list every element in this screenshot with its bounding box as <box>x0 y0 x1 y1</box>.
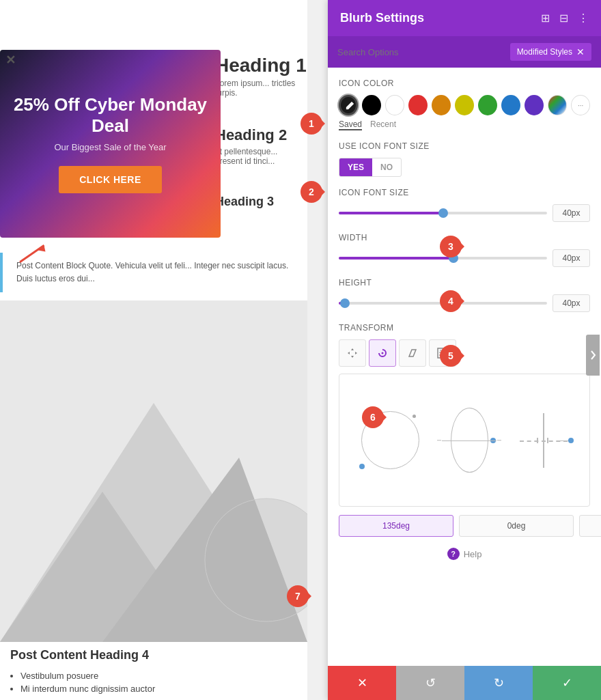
heading-2: Heading 2 <box>215 126 287 144</box>
icon-font-size-section: Icon Font Size 40px <box>339 188 590 222</box>
page-content: 25% Off Cyber Monday Deal Our Biggest Sa… <box>0 0 307 700</box>
color-swatch-blue[interactable] <box>501 95 520 115</box>
collapse-panel-btn[interactable] <box>586 335 600 376</box>
color-swatch-purple[interactable] <box>525 95 544 115</box>
save-button[interactable]: ✓ <box>533 666 601 700</box>
bullet-list: Vestibulum posuere Mi interdum nunc dign… <box>20 671 155 697</box>
ad-banner: 25% Off Cyber Monday Deal Our Biggest Sa… <box>0 50 221 238</box>
search-bar: Modified Styles ✕ <box>328 36 601 68</box>
color-swatch-orange[interactable] <box>432 95 451 115</box>
color-swatch-white[interactable] <box>385 95 404 115</box>
saved-btn[interactable]: Saved <box>339 120 362 130</box>
height-section: Height 40px <box>339 278 590 312</box>
step-badge-2: 2 <box>300 181 322 203</box>
color-swatch-red[interactable] <box>408 95 428 115</box>
degree-input-1[interactable] <box>339 515 453 537</box>
expand-icon[interactable]: ⊞ <box>541 12 550 25</box>
header-icons: ⊞ ⊟ ⋮ <box>541 12 589 25</box>
help-icon: ? <box>447 548 460 560</box>
step-badge-4: 4 <box>440 290 462 312</box>
width-track[interactable] <box>339 257 547 260</box>
transform-label: Transform <box>339 323 590 333</box>
toggle-yes[interactable]: YES <box>339 158 372 176</box>
use-icon-font-size-toggle: YES NO <box>339 158 590 177</box>
ad-title: 25% Off Cyber Monday Deal <box>0 94 221 137</box>
heading-1: Heading 1 <box>215 55 307 76</box>
panel-header: Blurb Settings ⊞ ⊟ ⋮ <box>328 0 601 36</box>
toggle-no[interactable]: NO <box>372 158 401 176</box>
height-label: Height <box>339 278 590 288</box>
svg-point-8 <box>382 352 384 354</box>
search-input[interactable] <box>337 47 505 57</box>
panel-title: Blurb Settings <box>340 11 424 25</box>
color-swatch-black-pen[interactable] <box>339 95 358 115</box>
diagram-skew <box>445 406 493 475</box>
panel-body: Icon Color ··· Saved Recent Use Icon Fon… <box>328 68 601 666</box>
degree-input-2[interactable] <box>459 515 574 537</box>
width-input[interactable]: 40px <box>553 249 590 267</box>
color-swatch-custom[interactable] <box>548 95 567 115</box>
modified-styles-close[interactable]: ✕ <box>576 46 585 57</box>
use-icon-font-size-label: Use Icon Font Size <box>339 141 590 151</box>
svg-line-0 <box>20 240 44 268</box>
degree-input-3[interactable] <box>579 515 601 537</box>
icon-font-size-input[interactable]: 40px <box>553 204 590 222</box>
recent-btn[interactable]: Recent <box>370 120 396 130</box>
bullet-item-2: Mi interdum nunc dignissim auctor <box>20 684 155 694</box>
icon-color-label: Icon Color <box>339 79 590 88</box>
bullet-item-1: Vestibulum posuere <box>20 671 155 681</box>
degree-row <box>339 515 590 537</box>
split-icon[interactable]: ⊟ <box>559 12 568 25</box>
ad-cta-button[interactable]: CLICK HERE <box>59 166 162 193</box>
cancel-button[interactable]: ✕ <box>328 666 396 700</box>
step-badge-3: 3 <box>440 236 462 257</box>
help-label: Help <box>464 549 482 559</box>
transform-rotate-btn[interactable] <box>369 339 396 367</box>
blurb-settings-panel: Blurb Settings ⊞ ⊟ ⋮ Modified Styles ✕ I… <box>328 0 601 700</box>
icon-font-size-label: Icon Font Size <box>339 188 590 197</box>
transform-diagram <box>339 374 590 507</box>
image-placeholder <box>0 300 307 642</box>
help-row[interactable]: ? Help <box>339 548 590 560</box>
heading-3: Heading 3 <box>215 195 274 209</box>
panel-footer: ✕ ↺ ↻ ✓ <box>328 666 601 700</box>
transform-move-btn[interactable] <box>339 339 366 367</box>
height-input[interactable]: 40px <box>553 294 590 312</box>
step-badge-6: 6 <box>362 406 384 428</box>
width-slider-row: 40px <box>339 249 590 267</box>
more-options-icon[interactable]: ⋮ <box>578 12 589 25</box>
saved-recent-row: Saved Recent <box>339 120 590 130</box>
step-badge-1: 1 <box>300 113 322 135</box>
icon-font-size-track[interactable] <box>339 212 547 214</box>
color-swatch-yellow[interactable] <box>455 95 474 115</box>
modified-styles-badge[interactable]: Modified Styles ✕ <box>510 43 591 61</box>
ad-close-icon[interactable]: ✕ <box>0 50 20 70</box>
modified-styles-label: Modified Styles <box>517 47 572 57</box>
step-badge-7: 7 <box>287 585 309 607</box>
ad-subtitle: Our Biggest Sale of the Year <box>54 142 166 152</box>
color-swatches-row: ··· <box>339 95 590 115</box>
diagram-scale <box>516 408 571 473</box>
toggle-switch[interactable]: YES NO <box>339 158 402 177</box>
text-snippet-1: Lorem ipsum... trictles turpis. <box>215 79 304 98</box>
icon-font-size-slider-row: 40px <box>339 204 590 222</box>
undo-button[interactable]: ↺ <box>396 666 464 700</box>
text-snippet-2: at pellentesque... present id tinci... <box>215 147 304 166</box>
transform-skew-btn[interactable] <box>399 339 426 367</box>
step-badge-5: 5 <box>440 345 462 367</box>
redo-button[interactable]: ↻ <box>464 666 533 700</box>
color-swatch-green[interactable] <box>478 95 497 115</box>
post-heading-4: Post Content Heading 4 <box>10 648 149 662</box>
more-colors-btn[interactable]: ··· <box>571 95 590 115</box>
width-label: Width <box>339 233 590 242</box>
color-swatch-black[interactable] <box>362 95 381 115</box>
